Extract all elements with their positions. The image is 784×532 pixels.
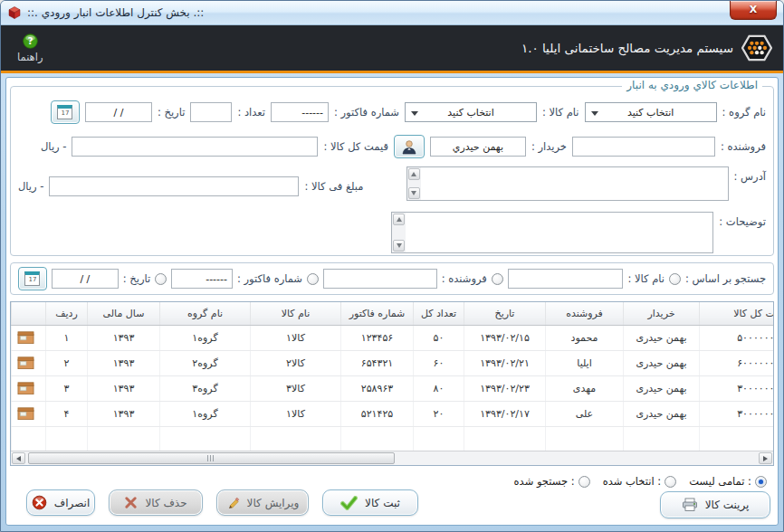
search-groupbox: جستجو بر اساس : نام کالا :فروشنده :شماره…	[10, 262, 774, 295]
scroll-right-icon[interactable]	[759, 452, 772, 464]
group-name-label: نام گروه :	[722, 106, 766, 119]
table-cell: گروه۲	[160, 350, 251, 375]
filter-radio[interactable]	[664, 476, 676, 488]
table-cell: ۴	[46, 401, 88, 426]
filter-radio[interactable]	[755, 476, 767, 488]
scroll-left-icon[interactable]	[12, 452, 25, 464]
table-cell: ۳۰۰۰۰۰۰۰۰	[700, 401, 775, 426]
table-cell: ۲	[46, 350, 88, 375]
column-header[interactable]: نام گروه	[160, 302, 251, 325]
help-label: راهنما	[17, 51, 43, 63]
address-textarea[interactable]	[406, 166, 729, 201]
table-cell: ۱	[46, 325, 88, 350]
save-item-button[interactable]: ثبت کالا	[322, 489, 418, 516]
edit-item-button[interactable]: ویرایش کالا	[216, 489, 309, 516]
scroll-up-icon[interactable]	[408, 168, 420, 180]
search-radio[interactable]	[492, 273, 503, 285]
delete-item-label: حذف کالا	[145, 497, 186, 509]
help-button[interactable]: ? راهنما	[12, 32, 48, 65]
table-cell: ۵۲۱۴۲۵	[341, 401, 414, 426]
table-cell: بهمن حیدری	[624, 375, 700, 401]
column-header[interactable]: نام کالا	[251, 302, 341, 325]
titlebar: ::. بخش کنترل اطلاعات انبار ورودي .:: X	[1, 1, 783, 25]
column-header[interactable]: سال مالی	[88, 302, 160, 325]
save-item-label: ثبت کالا	[365, 497, 400, 509]
scroll-down-icon[interactable]	[408, 187, 420, 199]
cancel-button[interactable]: انصراف	[26, 489, 95, 516]
table-cell: گروه۳	[160, 375, 251, 401]
seller-input[interactable]	[572, 137, 715, 157]
table-cell: ایلیا	[546, 350, 624, 375]
search-radio[interactable]	[669, 273, 681, 285]
help-icon: ?	[23, 33, 38, 49]
table-row[interactable]: ۱۱۳۹۳گروه۱کالا۱۱۲۳۴۵۶۵۰۱۳۹۳/۰۲/۱۵محمودبه…	[12, 325, 775, 350]
table-row[interactable]: ۲۱۳۹۳گروه۲کالا۲۶۵۴۳۲۱۶۰۱۳۹۳/۰۲/۲۱ایلیابه…	[12, 350, 775, 375]
buyer-label: خریدار :	[531, 140, 567, 153]
table-cell: محمود	[546, 325, 624, 350]
column-header[interactable]: شماره فاکتور	[341, 302, 414, 325]
date-picker-button[interactable]: 17	[51, 100, 80, 124]
search-input[interactable]: ------	[171, 269, 233, 289]
delete-item-button[interactable]: حذف کالا	[109, 489, 203, 516]
items-grid: ردیفسال مالینام گروهنام کالاشماره فاکتور…	[10, 301, 774, 466]
table-cell: علی	[546, 401, 624, 426]
grid-body: ۱۱۳۹۳گروه۱کالا۱۱۲۳۴۵۶۵۰۱۳۹۳/۰۲/۱۵محمودبه…	[12, 325, 775, 451]
table-cell: ۱۳۹۳	[88, 350, 160, 375]
grid-header-row: ردیفسال مالینام گروهنام کالاشماره فاکتور…	[12, 302, 775, 325]
search-input[interactable]	[323, 269, 437, 289]
search-input[interactable]: / /	[52, 269, 119, 289]
filter-group: : تمامی لیست: انتخاب شده: جستجو شده	[17, 475, 767, 488]
table-cell: کالا۲	[251, 350, 341, 375]
table-cell: ۱۳۹۳/۰۲/۱۷	[464, 401, 546, 426]
quantity-input[interactable]	[190, 102, 232, 122]
main-panel: اطلاعات کالاي ورودي به انبار نام گروه : …	[5, 77, 779, 526]
table-cell: ۱۳۹۳/۰۲/۲۳	[464, 375, 546, 401]
print-item-button[interactable]: پرینت کالا	[660, 491, 770, 518]
notes-label: توضیحات :	[719, 215, 766, 228]
notes-textarea[interactable]	[391, 212, 713, 253]
item-name-label: نام کالا :	[542, 106, 579, 119]
search-field-label: تاریخ :	[123, 272, 150, 285]
item-name-select[interactable]: انتخاب کنید	[405, 102, 537, 122]
invoice-number-input[interactable]: ------	[271, 102, 329, 122]
table-row-empty	[12, 426, 775, 451]
table-row[interactable]: ۳۱۳۹۳گروه۳کالا۳۲۵۸۹۶۳۸۰۱۳۹۳/۰۲/۲۳مهدیبهم…	[12, 375, 775, 401]
column-header[interactable]: تعداد کل	[414, 302, 464, 325]
scroll-down-icon[interactable]	[393, 240, 405, 252]
column-header[interactable]: فروشنده	[546, 302, 624, 325]
total-price-input[interactable]	[72, 137, 318, 157]
date-input[interactable]: / /	[85, 102, 152, 122]
column-header[interactable]: قیمت کل کالا	[700, 302, 775, 325]
form-row-1: نام گروه : انتخاب کنید نام کالا : انتخاب…	[18, 87, 766, 124]
column-header[interactable]: ردیف	[46, 302, 88, 325]
table-cell: بهمن حیدری	[624, 325, 700, 350]
filter-item: : انتخاب شده	[603, 475, 677, 488]
cancel-icon	[32, 495, 47, 510]
address-scrollbar[interactable]	[407, 167, 421, 200]
table-row[interactable]: ۴۱۳۹۳گروه۱کالا۱۵۲۱۴۲۵۲۰۱۳۹۳/۰۲/۱۷علیبهمن…	[12, 401, 775, 426]
group-name-select[interactable]: انتخاب کنید	[585, 102, 717, 122]
column-header[interactable]: تاریخ	[464, 302, 546, 325]
filter-radio[interactable]	[578, 476, 590, 488]
action-buttons: انصراف حذف کالا ویرایش ک	[26, 489, 418, 516]
form-row-4: توضیحات :	[18, 212, 766, 253]
search-date-picker-button[interactable]: 17	[18, 267, 47, 290]
scroll-up-icon[interactable]	[393, 214, 405, 225]
table-cell: ۱۳۹۳	[88, 401, 160, 426]
horizontal-scrollbar[interactable]	[11, 451, 773, 465]
buyer-input[interactable]: بهمن حیدري	[430, 137, 526, 157]
unit-price-input[interactable]	[49, 176, 299, 196]
scrollbar-thumb[interactable]	[28, 452, 395, 464]
search-radio[interactable]	[155, 273, 167, 285]
form-row-2: فروشنده : خریدار : بهمن حیدري قیمت کل کا…	[18, 135, 766, 158]
close-button[interactable]: X	[730, 1, 777, 20]
close-icon: X	[750, 4, 757, 15]
table-cell: ۵۰	[414, 325, 464, 350]
search-input[interactable]	[508, 269, 624, 289]
notes-scrollbar[interactable]	[392, 213, 406, 252]
column-header[interactable]: خریدار	[624, 302, 700, 325]
app-logo-icon	[741, 34, 772, 62]
search-radio[interactable]	[307, 273, 319, 285]
column-header-icon	[12, 302, 46, 325]
select-buyer-button[interactable]	[394, 135, 425, 158]
